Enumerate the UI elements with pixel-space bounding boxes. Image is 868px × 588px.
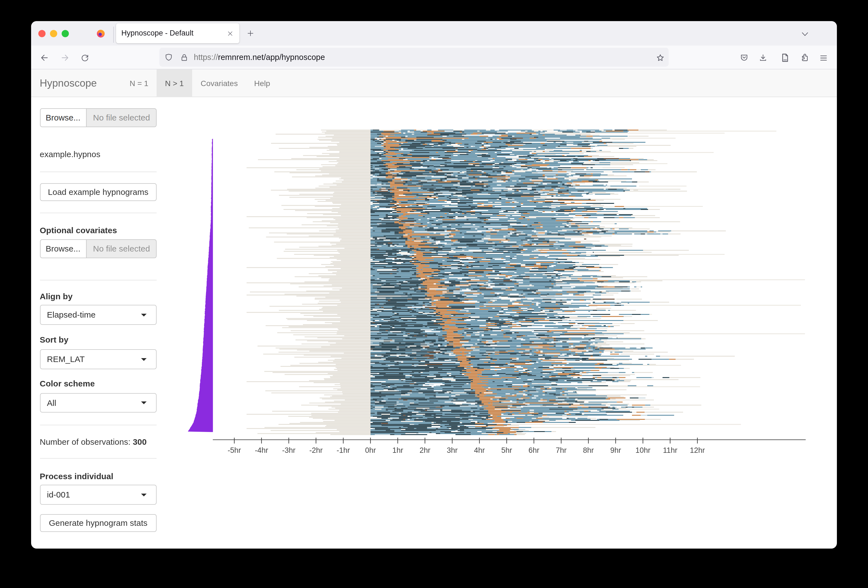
svg-text:-1hr: -1hr: [337, 446, 350, 454]
svg-text:4hr: 4hr: [474, 446, 485, 454]
svg-text:-4hr: -4hr: [255, 446, 268, 454]
svg-text:-3hr: -3hr: [282, 446, 295, 454]
svg-text:-5hr: -5hr: [228, 446, 241, 454]
svg-text:2hr: 2hr: [419, 446, 430, 454]
svg-text:3hr: 3hr: [447, 446, 458, 454]
svg-text:12hr: 12hr: [690, 446, 705, 454]
svg-text:-2hr: -2hr: [309, 446, 323, 454]
svg-text:1hr: 1hr: [392, 446, 403, 454]
svg-text:11hr: 11hr: [663, 446, 677, 454]
svg-text:10hr: 10hr: [635, 446, 650, 454]
svg-text:8hr: 8hr: [583, 446, 593, 454]
svg-text:5hr: 5hr: [501, 446, 512, 454]
svg-text:0hr: 0hr: [365, 446, 376, 454]
svg-text:9hr: 9hr: [610, 446, 621, 454]
svg-text:7hr: 7hr: [556, 446, 567, 454]
svg-text:6hr: 6hr: [528, 446, 539, 454]
